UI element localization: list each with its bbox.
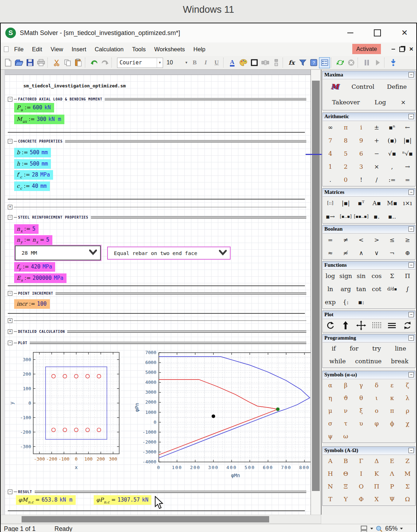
palette-chi[interactable]: χ (400, 417, 415, 430)
palette-transpose[interactable]: ▪ᵀ (353, 196, 369, 210)
palette-cos[interactable]: cos (369, 269, 384, 282)
panel-collapse-button[interactable]: − (409, 114, 414, 119)
variable-Pu[interactable]: Pu:=600kN (14, 103, 54, 112)
palette-Epsilon[interactable]: E (384, 455, 400, 467)
palette-less-equal[interactable]: ≤ (384, 233, 400, 246)
palette-nth-root[interactable]: ⁿ√▪ (400, 147, 415, 160)
palette-cases[interactable]: {: (338, 295, 354, 308)
palette-upsilon[interactable]: υ (353, 417, 369, 430)
open-button[interactable] (13, 57, 24, 68)
palette-ln[interactable]: ln (323, 282, 338, 295)
palette-minor[interactable]: M▪ (384, 196, 400, 210)
palette-Upsilon[interactable]: Y (338, 493, 354, 505)
zoom-icon[interactable] (376, 525, 383, 532)
palette-zeta[interactable]: ζ (400, 379, 415, 392)
interaction-diagram-plot[interactable]: 0100200300400500600700800-4000-3000-2000… (134, 348, 311, 484)
palette-digit-8[interactable]: 8 (338, 134, 354, 147)
worksheet-doc-title[interactable]: sm_tiedcol_investigation_optimized.sm (23, 83, 126, 88)
palette-or[interactable]: ∨ (369, 246, 384, 259)
palette-determinant[interactable]: |▪| (338, 196, 354, 210)
palette-kappa[interactable]: κ (384, 392, 400, 404)
region-expand-toggle[interactable]: + (8, 205, 12, 209)
border-button[interactable] (249, 57, 260, 68)
menu-worksheets[interactable]: Worksheets (150, 46, 189, 53)
palette-summation[interactable]: Σ (384, 269, 400, 282)
maximize-button[interactable] (374, 29, 381, 36)
palette-alpha[interactable]: α (323, 379, 338, 392)
palette-Nu[interactable]: N (323, 480, 338, 493)
palette-product[interactable]: Π (400, 269, 415, 282)
palette-Mu[interactable]: M (400, 467, 415, 480)
palette-divide[interactable]: / (369, 173, 384, 186)
region-expand-toggle[interactable]: + (8, 318, 12, 323)
menu-tools[interactable]: Tools (128, 46, 150, 53)
palette-comma[interactable]: , (384, 160, 400, 173)
variable-h[interactable]: h:=500mm (14, 159, 51, 169)
italic-button[interactable]: I (200, 57, 211, 68)
paste-button[interactable] (73, 57, 84, 68)
palette-digit-4[interactable]: 4 (323, 147, 338, 160)
palette-maxima-control-button[interactable]: Control (352, 79, 375, 94)
section-collapse-toggle[interactable]: − (8, 291, 12, 296)
palette-range-step[interactable]: [▪▪..▪] (353, 210, 369, 223)
variable-fc[interactable]: f′c:=28MPa (14, 170, 53, 180)
palette-Iota[interactable]: I (353, 467, 369, 480)
palette-maxima-define-button[interactable]: Define (387, 79, 407, 94)
palette-multiply[interactable]: × (369, 160, 384, 173)
palette-vectorize[interactable]: ▪→ (323, 210, 338, 223)
palette-gamma[interactable]: γ (353, 379, 369, 392)
panel-collapse-button[interactable]: − (409, 335, 414, 341)
palette-derivative[interactable]: d/d▪ (384, 282, 400, 295)
palette-digit-7[interactable]: 7 (323, 134, 338, 147)
palette-tan[interactable]: tan (353, 282, 369, 295)
palette-not-approx-equal[interactable]: ≉ (338, 246, 354, 259)
palette-integral[interactable]: ∫ (400, 282, 415, 295)
play-button[interactable] (372, 57, 383, 68)
palette-and[interactable]: ∧ (353, 246, 369, 259)
palette-theta[interactable]: θ (353, 392, 369, 404)
palette-Omega[interactable]: Ω (400, 493, 415, 505)
palette-matrix[interactable]: [::] (323, 196, 338, 210)
palette-Lambda[interactable]: Λ (384, 467, 400, 480)
palette-Zeta[interactable]: Z (400, 455, 415, 467)
dropdown-bar-size[interactable]: 28 MM (15, 245, 101, 260)
child-minimize-button[interactable] (392, 49, 395, 50)
palette-iota[interactable]: ι (369, 392, 384, 404)
palette-backspace[interactable]: ← (400, 121, 415, 134)
panel-collapse-button[interactable]: − (409, 372, 414, 377)
palette-Pi[interactable]: Π (369, 480, 384, 493)
cut-button[interactable] (51, 57, 62, 68)
font-color-button[interactable]: A (227, 57, 238, 68)
child-close-button[interactable]: ✕ (409, 46, 413, 52)
palette-Tau[interactable]: T (323, 493, 338, 505)
palette-while[interactable]: while (329, 355, 346, 368)
align-vertical-button[interactable] (271, 57, 282, 68)
font-size-select[interactable]: 10▼ (164, 58, 189, 68)
palette-exp[interactable]: exp (323, 295, 338, 308)
palette-Alpha[interactable]: A (323, 455, 338, 467)
palette-algebraic-cofactor[interactable]: A▪ (369, 196, 384, 210)
palette-sign[interactable]: sign (338, 269, 354, 282)
palette-less-than[interactable]: < (353, 233, 369, 246)
palette-digit-0[interactable]: 0 (338, 173, 354, 186)
palette-minus[interactable]: − (369, 147, 384, 160)
cross-section-plot[interactable]: -300-200-1000100200300-300-200-100010020… (6, 348, 129, 480)
activate-button[interactable]: Activate (352, 44, 381, 54)
menu-file[interactable]: File (10, 46, 28, 53)
close-button[interactable]: ✕ (401, 29, 408, 36)
palette-phi-var[interactable]: ϕ (384, 417, 400, 430)
section-collapse-toggle[interactable]: − (8, 490, 12, 494)
panels-button[interactable] (319, 57, 330, 68)
palette-bool-equal[interactable]: = (323, 233, 338, 246)
palette-Xi[interactable]: Ξ (338, 480, 354, 493)
palette-Kappa[interactable]: K (369, 467, 384, 480)
palette-definition[interactable]: := (384, 173, 400, 186)
minimize-button[interactable] (347, 33, 353, 33)
menu-calculation[interactable]: Calculation (91, 46, 128, 53)
horizontal-scrollbar-thumb[interactable] (22, 516, 269, 522)
palette-Eta[interactable]: H (323, 467, 338, 480)
palette-line[interactable]: line (395, 342, 406, 355)
panel-collapse-button[interactable]: − (409, 312, 414, 317)
palette-for[interactable]: for (350, 342, 359, 355)
palette-tau[interactable]: τ (338, 417, 354, 430)
